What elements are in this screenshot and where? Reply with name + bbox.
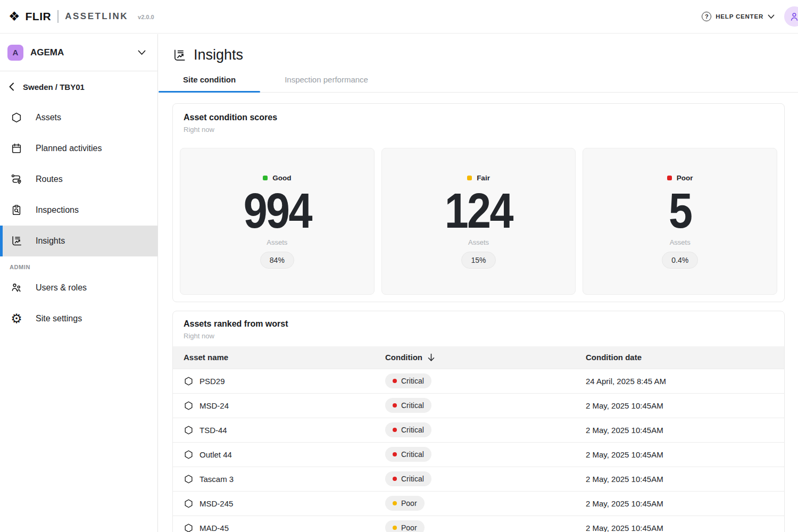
condition-date: 2 May, 2025 10:45AM (586, 467, 784, 491)
table-row[interactable]: Outlet 44 Critical 2 May, 2025 10:45AM (173, 442, 784, 467)
table-row[interactable]: Tascam 3 Critical 2 May, 2025 10:45AM (173, 467, 784, 491)
site-back-link[interactable]: Sweden / TBY01 (0, 71, 157, 102)
score-tile: Fair 124 Assets 15% (381, 148, 576, 295)
card-subtitle: Right now (184, 126, 777, 134)
condition-date: 2 May, 2025 10:45AM (586, 442, 784, 467)
asset-name: TSD-44 (200, 426, 227, 435)
table-row[interactable]: TSD-44 Critical 2 May, 2025 10:45AM (173, 418, 784, 442)
asset-name: MAD-45 (200, 523, 229, 532)
tile-legend: Poor (667, 174, 693, 182)
legend-dot (467, 176, 472, 180)
sidebar-item-site-settings[interactable]: ⚙ Site settings (0, 303, 157, 334)
chevron-left-icon (9, 82, 14, 91)
tab-inspection-performance[interactable]: Inspection performance (260, 75, 393, 92)
hexagon-asset-icon (184, 450, 194, 460)
condition-date: 2 May, 2025 10:45AM (586, 491, 784, 516)
insights-chart-icon (10, 235, 23, 247)
user-avatar[interactable] (784, 6, 798, 27)
legend-dot (263, 176, 268, 180)
condition-badge: Critical (385, 398, 431, 413)
tile-unit: Assets (267, 238, 287, 246)
column-condition-sort[interactable]: Condition (385, 346, 586, 369)
users-icon (10, 281, 23, 294)
sidebar-item-label: Routes (36, 174, 63, 184)
org-avatar: A (7, 45, 23, 61)
person-icon (789, 11, 798, 22)
condition-label: Critical (401, 475, 424, 483)
sidebar-item-insights[interactable]: Insights (0, 226, 157, 256)
legend-label: Good (272, 174, 291, 182)
gear-icon: ⚙ (10, 312, 23, 325)
admin-section-label: ADMIN (10, 264, 157, 270)
asset-condition-scores-card: Asset condition scores Right now Good 99… (172, 103, 785, 302)
table-header: Asset name Condition Condition date (173, 346, 784, 369)
condition-badge: Critical (385, 447, 431, 462)
brand: ❖ FLIR ASSETLINK v2.0.0 (9, 10, 154, 23)
condition-badge: Critical (385, 471, 431, 486)
condition-date: 24 April, 2025 8:45 AM (586, 369, 784, 393)
condition-dot (393, 403, 397, 408)
legend-dot (667, 176, 672, 180)
hexagon-asset-icon (184, 376, 194, 386)
condition-label: Poor (401, 523, 417, 532)
insights-chart-icon (172, 48, 186, 62)
assets-ranked-card: Assets ranked from worst Right now Asset… (172, 311, 785, 532)
top-bar: ❖ FLIR ASSETLINK v2.0.0 ? HELP CENTER (0, 0, 798, 34)
sidebar-item-label: Inspections (36, 205, 79, 215)
condition-dot (393, 526, 397, 530)
card-header: Asset condition scores Right now (173, 104, 784, 140)
tile-count: 124 (445, 185, 512, 237)
brand-product: ASSETLINK (65, 11, 128, 22)
column-asset-name: Asset name (173, 346, 385, 369)
condition-badge: Critical (385, 422, 431, 437)
brand-flir: FLIR (26, 10, 52, 23)
tile-legend: Fair (467, 174, 490, 182)
table-row[interactable]: MSD-245 Poor 2 May, 2025 10:45AM (173, 491, 784, 516)
card-subtitle: Right now (184, 332, 777, 340)
tile-unit: Assets (670, 238, 691, 246)
calendar-icon (10, 142, 23, 155)
tab-site-condition[interactable]: Site condition (159, 75, 260, 92)
table-row[interactable]: PSD29 Critical 24 April, 2025 8:45 AM (173, 369, 784, 393)
condition-date: 2 May, 2025 10:45AM (586, 516, 784, 532)
sidebar-item-routes[interactable]: Routes (0, 164, 157, 195)
card-title: Asset condition scores (184, 113, 777, 122)
hexagon-asset-icon (10, 111, 23, 124)
asset-name: MSD-24 (200, 401, 229, 410)
sidebar-item-label: Insights (36, 236, 65, 246)
hexagon-asset-icon (184, 474, 194, 484)
hexagon-asset-icon (184, 425, 194, 435)
help-center-button[interactable]: ? HELP CENTER (702, 12, 775, 21)
tile-percent-badge: 15% (461, 252, 495, 269)
condition-badge: Critical (385, 373, 431, 388)
sidebar-item-assets[interactable]: Assets (0, 102, 157, 133)
clipboard-search-icon (10, 204, 23, 217)
chevron-down-icon (768, 14, 775, 19)
sidebar-item-inspections[interactable]: Inspections (0, 195, 157, 226)
score-tile: Good 994 Assets 84% (180, 148, 375, 295)
sidebar-item-planned-activities[interactable]: Planned activities (0, 133, 157, 164)
ranked-assets-table: Asset name Condition Condition date (173, 346, 784, 532)
legend-label: Poor (677, 174, 693, 182)
sort-descending-icon (427, 353, 435, 362)
table-row[interactable]: MSD-24 Critical 2 May, 2025 10:45AM (173, 393, 784, 418)
org-name: AGEMA (30, 47, 131, 58)
sidebar-item-label: Planned activities (36, 144, 102, 153)
condition-dot (393, 501, 397, 505)
main-content: Insights Site condition Inspection perfo… (159, 34, 798, 532)
hexagon-asset-icon (184, 498, 194, 509)
help-center-label: HELP CENTER (716, 13, 763, 20)
condition-label: Critical (401, 401, 424, 410)
condition-label: Critical (401, 377, 424, 385)
condition-badge: Poor (385, 496, 425, 511)
table-body: PSD29 Critical 24 April, 2025 8:45 AM (173, 369, 784, 532)
help-icon: ? (702, 12, 711, 21)
table-row[interactable]: MAD-45 Poor 2 May, 2025 10:45AM (173, 516, 784, 532)
condition-dot (393, 379, 397, 383)
tile-percent-badge: 84% (260, 252, 294, 269)
sidebar-item-users-roles[interactable]: Users & roles (0, 272, 157, 303)
sidebar-item-label: Site settings (36, 314, 82, 323)
column-condition-date: Condition date (586, 346, 784, 369)
org-switcher[interactable]: A AGEMA (0, 34, 157, 71)
asset-name: Outlet 44 (200, 450, 232, 459)
